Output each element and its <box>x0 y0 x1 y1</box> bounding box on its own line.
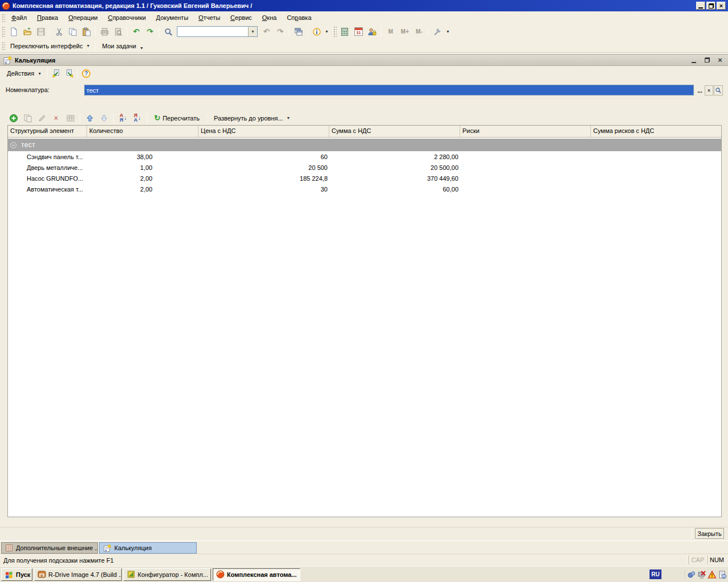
settings-button[interactable] <box>431 26 444 38</box>
svg-text:R: R <box>40 574 43 577</box>
nomenclature-field[interactable]: тест <box>84 85 694 95</box>
expand-tree-button[interactable] <box>63 67 76 80</box>
sort-ascending-button[interactable]: АЯ ↓ <box>117 112 130 124</box>
delete-row-button[interactable]: × <box>49 112 63 124</box>
info-dropdown-arrow[interactable]: ▼ <box>325 30 329 34</box>
taskbar-item-configurator[interactable]: Конфигуратор - Компл... <box>123 568 211 581</box>
system-tray: RU <box>650 569 727 579</box>
print-button[interactable] <box>98 26 111 38</box>
menu-help[interactable]: Справка <box>282 12 316 23</box>
minimize-button[interactable] <box>696 2 705 10</box>
calendar-button[interactable]: 31 <box>352 26 365 38</box>
toolbar-grip[interactable] <box>333 26 337 38</box>
find-button[interactable] <box>162 26 175 38</box>
clear-button[interactable]: × <box>705 85 713 95</box>
disconnected-tray-icon[interactable] <box>697 570 706 579</box>
interface-toolbar: Переключить интерфейс ▼ Мои задачи ▼ <box>0 39 728 52</box>
tab-additional-external[interactable]: Дополнительные внешние ... <box>1 542 98 554</box>
column-header-quantity[interactable]: Количество <box>87 126 198 138</box>
print-preview-button[interactable] <box>111 26 125 38</box>
toolbar-grip[interactable] <box>1 41 5 51</box>
move-up-button[interactable] <box>83 112 96 124</box>
doc-close-button[interactable]: × <box>715 56 725 65</box>
calculator-button[interactable] <box>338 26 351 38</box>
menu-documents[interactable]: Документы <box>151 12 193 23</box>
menu-service[interactable]: Сервис <box>225 12 257 23</box>
column-header-risks[interactable]: Риски <box>460 126 591 138</box>
toolbar-grip[interactable] <box>1 26 5 38</box>
memory-m-plus-button[interactable]: M+ <box>398 26 412 38</box>
nomenclature-value: тест <box>86 87 99 94</box>
column-header-structure[interactable]: Структурный элемент <box>8 126 87 138</box>
memory-m-minus-button[interactable]: M- <box>412 26 426 38</box>
end-edit-button[interactable] <box>64 112 77 124</box>
my-tasks-button[interactable]: Мои задачи ▼ <box>98 40 147 52</box>
tab-calculation[interactable]: Калькуляция <box>99 542 197 554</box>
find-next-button[interactable]: ↷ <box>274 26 287 38</box>
close-button[interactable]: × <box>717 2 726 10</box>
settings-dropdown-arrow[interactable]: ▼ <box>446 30 450 34</box>
search-dropdown-button[interactable]: ▼ <box>248 27 257 36</box>
windows-list-button[interactable] <box>292 26 305 38</box>
service-info-button[interactable] <box>310 26 323 38</box>
column-header-sum[interactable]: Сумма с НДС <box>329 126 460 138</box>
table-row[interactable]: Автоматическая т... 2,00 30 60,00 <box>8 184 721 194</box>
group-row[interactable]: тест <box>8 139 721 151</box>
table-row[interactable]: Дверь металличе... 1,00 20 500 20 500,00 <box>8 162 721 173</box>
taskbar-item-complex-automation[interactable]: Комплексная автома... <box>213 568 300 581</box>
column-header-risks-sum[interactable]: Сумма рисков с НДС <box>591 126 721 138</box>
warning-tray-icon[interactable] <box>708 570 717 579</box>
open-button[interactable] <box>20 26 34 38</box>
actions-button[interactable]: Действия ▼ <box>3 68 46 78</box>
redo-button[interactable]: ↷ <box>143 26 156 38</box>
cut-button[interactable] <box>52 26 65 38</box>
choose-button[interactable]: ... <box>696 85 704 95</box>
undo-button[interactable]: ↶ <box>130 26 143 38</box>
start-button[interactable]: Пуск <box>1 568 32 581</box>
doc-restore-button[interactable] <box>702 56 712 65</box>
add-icon <box>9 114 18 123</box>
calculation-table: Структурный элемент Количество Цена с НД… <box>7 125 722 517</box>
separator <box>206 113 207 123</box>
menu-operations[interactable]: Операции <box>63 12 102 23</box>
new-document-button[interactable] <box>7 26 20 38</box>
language-indicator[interactable]: RU <box>650 569 661 579</box>
toolbar-grip[interactable] <box>1 13 5 22</box>
move-down-button[interactable] <box>97 112 110 124</box>
menu-reports[interactable]: Отчеты <box>193 12 225 23</box>
switch-interface-button[interactable]: Переключить интерфейс ▼ <box>6 41 94 51</box>
menu-windows[interactable]: Окна <box>257 12 282 23</box>
edit-row-button[interactable] <box>35 112 48 124</box>
expand-to-level-button[interactable]: Развернуть до уровня... ▼ <box>210 113 295 123</box>
copy-row-button[interactable] <box>21 112 34 124</box>
doc-minimize-button[interactable] <box>689 56 699 65</box>
copy-button[interactable] <box>66 26 79 38</box>
collapse-group-icon[interactable] <box>10 142 16 148</box>
memory-m-button[interactable]: M <box>384 26 398 38</box>
save-button[interactable] <box>34 26 47 38</box>
paste-button[interactable] <box>80 26 93 38</box>
taskbar-item-rdrive[interactable]: R R-Drive Image 4.7 (Build ... <box>34 568 122 581</box>
close-form-button[interactable]: Закрыть <box>695 528 724 539</box>
table-row[interactable]: Насос GRUNDFO... 2,00 185 224,8 370 449,… <box>8 173 721 184</box>
open-item-button[interactable] <box>714 85 723 95</box>
column-header-price[interactable]: Цена с НДС <box>198 126 329 138</box>
help-button[interactable]: ? <box>80 67 93 80</box>
table-row[interactable]: Сэндвич панель т... 38,00 60 2 280,00 <box>8 151 721 162</box>
main-titlebar[interactable]: Комплексная автоматизация, редакция 1.1 … <box>0 0 728 11</box>
menu-catalogs[interactable]: Справочники <box>103 12 151 23</box>
recalculate-button[interactable]: ↻ Пересчитать <box>150 112 204 124</box>
nomenclature-field-buttons: ... × <box>696 85 723 95</box>
sort-descending-button[interactable]: ЯА ↓ <box>131 112 144 124</box>
quick-search-input[interactable] <box>177 27 248 36</box>
find-previous-button[interactable]: ↶ <box>260 26 273 38</box>
collapse-tree-button[interactable] <box>49 67 63 80</box>
network-tray-icon[interactable] <box>687 570 696 579</box>
menu-file[interactable]: Файл <box>6 12 32 23</box>
add-row-button[interactable] <box>7 112 20 124</box>
user-monitor-button[interactable] <box>366 26 379 38</box>
calculation-window-titlebar[interactable]: Калькуляция × <box>0 54 728 66</box>
restore-button[interactable] <box>706 2 715 10</box>
info-document-tray-icon[interactable] <box>718 570 727 579</box>
menu-edit[interactable]: Правка <box>32 12 63 23</box>
